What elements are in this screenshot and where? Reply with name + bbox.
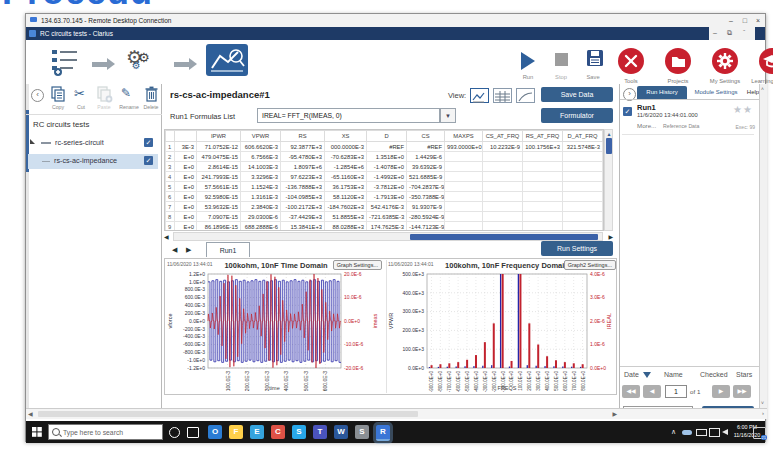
column-header[interactable]: RS — [281, 131, 325, 142]
filter-date-button[interactable]: Date — [624, 371, 639, 378]
view-graph-table-button[interactable] — [470, 88, 489, 103]
clarius-minimize-button[interactable]: – — [713, 29, 717, 36]
table-hscrollbar[interactable]: ◀ ▶ — [164, 232, 613, 241]
page-first-button[interactable]: ◀◀ — [622, 385, 640, 398]
run-history-entry[interactable]: ✓ Run1 11/6/2020 13:44:01.000 More... Re… — [620, 101, 759, 135]
battery-icon[interactable] — [696, 429, 707, 436]
column-header[interactable]: CS_AT_FRQ — [483, 131, 523, 142]
stop-button[interactable]: Stop — [546, 50, 576, 86]
table-row[interactable]: 13E-371.0752E-12606.6620E-392.3877E+3000… — [166, 142, 603, 152]
volume-icon[interactable] — [722, 429, 728, 435]
table-row[interactable]: 7E+053.9632E-152.3840E-3-100.2172E+3-184… — [166, 202, 603, 212]
sheet-next-icon[interactable]: ▶ — [186, 245, 191, 255]
notification-icon[interactable]: 21 — [753, 427, 766, 439]
tree-item-rc-series-circuit[interactable]: rc-series-circuit ✓ — [28, 136, 158, 151]
run-more-link[interactable]: More... — [637, 122, 656, 129]
save-data-button[interactable]: Save Data — [541, 87, 613, 102]
frequency-domain-graph[interactable]: 11/06/2020 13:44:01 100kohm, 10nF Freque… — [386, 260, 617, 393]
task-view-icon[interactable] — [187, 427, 199, 438]
paste-button[interactable]: Paste — [94, 85, 116, 113]
tray-chevron-icon[interactable]: ∧ — [671, 428, 676, 436]
column-header[interactable] — [166, 131, 175, 142]
filter-checked-button[interactable]: Checked — [700, 371, 728, 378]
table-row[interactable]: 9E+086.1896E-15688.2888E-615.3841E+388.0… — [166, 222, 603, 232]
taskbar-app-chrome[interactable]: C — [271, 425, 285, 439]
table-row[interactable]: 5E+057.5661E-151.1524E-3-136.7888E+336.1… — [166, 182, 603, 192]
copy-button[interactable]: Copy — [48, 85, 68, 113]
column-header[interactable]: CS — [407, 131, 445, 142]
taskbar-app-word[interactable]: W — [334, 425, 348, 439]
column-header[interactable]: D_AT_FRQ — [563, 131, 603, 142]
page-prev-button[interactable]: ◀ — [643, 385, 661, 398]
table-row[interactable]: 8E+07.0907E-1529.0300E-6-37.4429E+351.88… — [166, 212, 603, 222]
taskbar-app-file-explorer[interactable]: F — [229, 425, 243, 439]
panel-scroll-up-icon[interactable]: ˆ — [743, 29, 745, 36]
taskbar-app-settings[interactable]: S — [355, 425, 369, 439]
page-next-button[interactable]: ▶ — [712, 385, 730, 398]
panel-corner-scroll[interactable]: › — [619, 408, 767, 419]
taskbar-app-skype[interactable]: S — [292, 425, 306, 439]
filter-name-button[interactable]: Name — [664, 371, 683, 378]
tree-checkbox[interactable]: ✓ — [144, 156, 153, 165]
delete-button[interactable]: Delete — [142, 85, 162, 113]
taskbar-search-input[interactable]: Type here to search — [48, 424, 163, 440]
tree-item-rs-cs-ac-impedance[interactable]: rs-cs-ac-impedance ✓ — [28, 154, 158, 169]
table-row[interactable]: 3E+02.8614E-1514.1003E-31.8097E+6-1.2854… — [166, 162, 603, 172]
run-checkbox[interactable]: ✓ — [623, 107, 632, 116]
rdp-close-button[interactable]: × — [756, 16, 760, 25]
table-row[interactable]: 2E+0479.0475E-156.7566E-3-95.4780E+3-70.… — [166, 152, 603, 162]
tab-module-settings[interactable]: Module Settings — [689, 86, 743, 99]
sheet-tab-run1[interactable]: Run1 — [206, 242, 250, 257]
display-icon[interactable] — [709, 428, 720, 437]
table-row[interactable]: 6E+092.5980E-151.3161E-3-104.0985E+358.1… — [166, 192, 603, 202]
sheet-prev-icon[interactable]: ◀ — [172, 245, 177, 255]
formula-combobox[interactable]: IREAL= FFT_R(IMEAS, 0) — [257, 108, 440, 123]
graph1-settings-button[interactable]: Graph Settings... — [333, 260, 382, 270]
view-table-button[interactable] — [493, 88, 512, 103]
time-domain-graph[interactable]: 11/06/2020 13:44:01 100kohm, 10nF Time D… — [166, 260, 384, 393]
cut-button[interactable]: ✂ Cut — [72, 85, 90, 113]
page-number-input[interactable]: 1 — [665, 385, 687, 398]
scroll-right-arrow-icon[interactable]: ▶ — [612, 409, 617, 419]
graph2-settings-button[interactable]: Graph2 Settings... — [564, 260, 616, 270]
page-last-button[interactable]: ▶▶ — [733, 385, 751, 398]
formulator-button[interactable]: Formulator — [541, 108, 613, 123]
column-header[interactable] — [175, 131, 197, 142]
rdp-maximize-button[interactable]: □ — [743, 16, 747, 25]
rename-button[interactable]: ✎ Rename — [118, 85, 140, 113]
taskbar-app-edge[interactable]: E — [250, 425, 264, 439]
scroll-left-arrow-icon[interactable]: ◀ — [28, 409, 33, 419]
sidebar-scrollbar[interactable] — [26, 84, 29, 408]
cortana-icon[interactable] — [169, 427, 180, 438]
column-header[interactable]: RS_AT_FRQ — [523, 131, 563, 142]
taskbar-app-teams[interactable]: T — [313, 425, 327, 439]
tree-checkbox[interactable]: ✓ — [144, 138, 153, 147]
rdp-minimize-button[interactable]: – — [729, 16, 733, 25]
onedrive-icon[interactable] — [682, 430, 692, 435]
column-header[interactable]: VPWR — [241, 131, 281, 142]
window-hscrollbar[interactable]: ◀ ▶ — [26, 408, 619, 419]
taskbar-app-remote-desktop[interactable]: R — [376, 425, 390, 441]
table-row[interactable]: 4E+0241.7993E-153.3296E-397.6223E+3-65.1… — [166, 172, 603, 182]
view-graph-button[interactable] — [516, 88, 535, 103]
filter-funnel-icon[interactable] — [643, 372, 651, 378]
tab-help[interactable]: Help — [743, 86, 759, 99]
filter-stars-button[interactable]: Stars — [736, 371, 752, 378]
clarius-restore-button[interactable]: ⧉ — [727, 29, 732, 37]
table-vscrollbar[interactable]: ▲ — [604, 129, 613, 231]
expander-icon[interactable] — [30, 139, 35, 144]
column-header[interactable]: IPWR — [197, 131, 241, 142]
column-header[interactable]: XS — [325, 131, 367, 142]
collapse-left-icon[interactable]: ‹ — [31, 89, 44, 102]
run-settings-button[interactable]: Run Settings — [541, 241, 613, 256]
column-header[interactable]: MAXPS — [445, 131, 483, 142]
tab-run-history[interactable]: Run History — [637, 86, 687, 99]
start-button[interactable] — [26, 421, 48, 443]
taskbar-app-outlook[interactable]: O — [208, 425, 222, 439]
results-table[interactable]: IPWRVPWRRSXSDCSMAXPSCS_AT_FRQRS_AT_FRQD_… — [164, 129, 604, 231]
formula-dropdown-button[interactable]: ▼ — [440, 108, 456, 123]
run-stars[interactable]: ★★ — [733, 104, 753, 115]
column-header[interactable]: D — [367, 131, 407, 142]
panel-vscrollbar[interactable]: ˄ ˅ — [759, 84, 767, 408]
run-button[interactable]: Run — [513, 50, 543, 86]
